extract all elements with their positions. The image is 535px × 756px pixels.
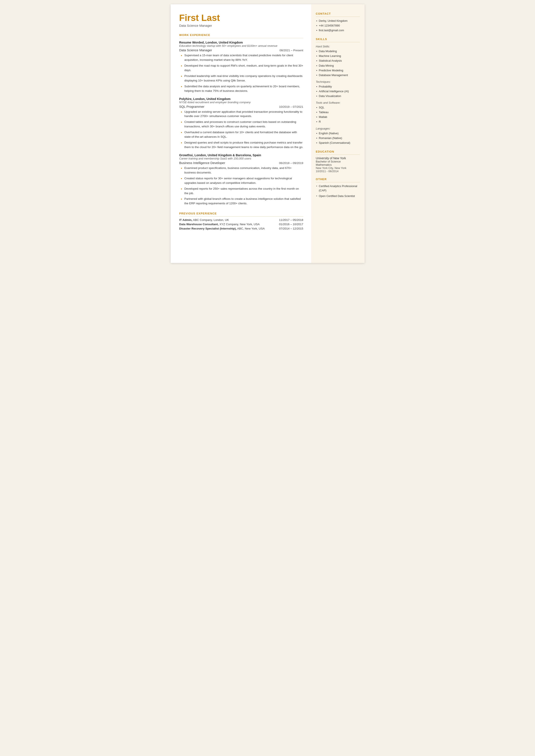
prev-exp-row-1: IT Admin, ABC Company, London, UK 11/201… — [179, 218, 303, 222]
languages-label: Languages: — [316, 127, 360, 130]
edu-degree: Bachelor of Science — [316, 160, 360, 163]
skill-probability: Probability — [316, 84, 360, 89]
languages-list: English (Native) Romanian (Native) Spani… — [316, 131, 360, 145]
job-3-bullet-4: Partnered with global branch offices to … — [180, 197, 303, 206]
prev-exp-dates-2: 01/2016 – 10/2017 — [275, 223, 303, 226]
edu-location: New York City, New York — [316, 166, 360, 170]
edu-dates: 10/2011 - 06/2014 — [316, 170, 360, 173]
contact-phone: +44 1234567890 — [316, 23, 360, 28]
job-3-dates: 06/2018 – 09/2019 — [279, 161, 303, 165]
other-section-title: OTHER — [316, 178, 360, 182]
contact-email: first.last@gmail.com — [316, 28, 360, 33]
job-1-bullet-3: Provided leadership with real-time visib… — [180, 74, 303, 83]
prev-exp-dates-1: 11/2017 – 05/2018 — [275, 218, 303, 222]
prev-exp-dates-3: 07/2014 – 12/2015 — [275, 227, 303, 230]
hard-skills-label: Hard Skills: — [316, 45, 360, 48]
job-1-bullet-1: Supervised a 15-man team of data scienti… — [180, 53, 303, 62]
hard-skills-list: Data Modeling Machine Learning Statistic… — [316, 49, 360, 78]
skills-section-title: SKILLS — [316, 38, 360, 42]
work-experience-section-title: WORK EXPERIENCE — [179, 33, 303, 38]
job-2-company-desc: NYSE-listed recruitment and employer bra… — [179, 101, 303, 104]
skill-r: R — [316, 119, 360, 124]
tools-label: Tools and Software: — [316, 101, 360, 104]
job-2-bullets: Upgraded an existing server application … — [180, 110, 303, 150]
job-3: Growthsi, London, United Kingdom & Barce… — [179, 154, 303, 206]
prev-exp-role-suffix-1: ABC Company, London, UK — [192, 218, 229, 222]
skill-ai: Artificial Intelligence (AI) — [316, 89, 360, 94]
techniques-list: Probability Artificial Intelligence (AI)… — [316, 84, 360, 98]
skill-data-modeling: Data Modeling — [316, 49, 360, 54]
other-item-2: Open Certified Data Scientist — [316, 194, 360, 198]
job-1-bullet-4: Submitted the data analysis and reports … — [180, 84, 303, 93]
sidebar: CONTACT Derby, United Kingdom +44 123456… — [311, 4, 365, 263]
job-3-company-name: Growthsi, — [179, 154, 194, 157]
job-1-role-title: Data Science Manager — [179, 48, 212, 52]
prev-exp-left-2: Data Warehouse Consultant, XYZ Company, … — [179, 223, 275, 226]
skill-data-viz: Data Visualization — [316, 94, 360, 98]
techniques-label: Techniques: — [316, 80, 360, 83]
job-1-bullet-2: Developed the road map to support RW's s… — [180, 64, 303, 72]
candidate-job-title: Data Science Manager — [179, 24, 303, 27]
prev-exp-role-bold-3: Disaster Recovery Specialist (Internship… — [179, 227, 237, 230]
job-1-company-suffix: London, United Kingdom — [205, 41, 243, 44]
skill-sql: SQL — [316, 105, 360, 110]
job-3-bullet-2: Created status reports for 30+ senior ma… — [180, 176, 303, 185]
job-2-company-suffix: London, United Kingdom — [192, 97, 231, 101]
job-3-role-line: Business Intelligence Developer 06/2018 … — [179, 161, 303, 165]
contact-address: Derby, United Kingdom — [316, 18, 360, 23]
job-2-bullet-3: Overhauled a current database system for… — [180, 130, 303, 139]
contact-section-title: CONTACT — [316, 12, 360, 17]
job-2-company-name: Polyhire, — [179, 97, 192, 101]
candidate-name: First Last — [179, 13, 303, 23]
job-1-dates: 08/2021 – Present — [279, 49, 303, 52]
job-2-role-title: SQL Programmer — [179, 105, 205, 108]
job-2-role-line: SQL Programmer 10/2019 – 07/2021 — [179, 105, 303, 108]
language-romanian: Romanian (Native) — [316, 136, 360, 141]
job-3-company-suffix: London, United Kingdom & Barcelona, Spai… — [193, 154, 261, 157]
prev-exp-role-bold-1: IT Admin, — [179, 218, 192, 222]
job-1-company-desc: Education technology startup with 50+ em… — [179, 44, 303, 47]
job-2-company: Polyhire, London, United Kingdom — [179, 97, 303, 101]
language-spanish: Spanish (Conversational) — [316, 141, 360, 145]
prev-exp-left-3: Disaster Recovery Specialist (Internship… — [179, 227, 275, 230]
prev-exp-row-2: Data Warehouse Consultant, XYZ Company, … — [179, 223, 303, 226]
prev-exp-left-1: IT Admin, ABC Company, London, UK — [179, 218, 275, 222]
prev-exp-row-3: Disaster Recovery Specialist (Internship… — [179, 227, 303, 230]
resume-container: First Last Data Science Manager WORK EXP… — [171, 4, 365, 263]
prev-exp-role-bold-2: Data Warehouse Consultant, — [179, 223, 219, 226]
job-3-bullets: Examined product specifications, busines… — [180, 166, 303, 206]
skill-predictive-modeling: Predictive Modeling — [316, 68, 360, 73]
job-2-bullet-1: Upgraded an existing server application … — [180, 110, 303, 119]
prev-experience-section-title: PREVIOUS EXPERIENCE — [179, 212, 303, 216]
job-3-bullet-3: Developed reports for 250+ sales represe… — [180, 187, 303, 196]
job-3-bullet-1: Examined product specifications, busines… — [180, 166, 303, 175]
job-2-dates: 10/2019 – 07/2021 — [279, 105, 303, 108]
job-2-bullet-4: Designed queries and shell scripts to pr… — [180, 141, 303, 150]
prev-exp-role-suffix-2: XYZ Company, New York, USA — [219, 223, 260, 226]
job-1-company-name: Resume Worded, — [179, 41, 205, 44]
skill-data-mining: Data Mining — [316, 63, 360, 68]
previous-experience-table: IT Admin, ABC Company, London, UK 11/201… — [179, 218, 303, 230]
edu-field: Mathematics — [316, 163, 360, 166]
job-3-company: Growthsi, London, United Kingdom & Barce… — [179, 154, 303, 157]
skill-machine-learning: Machine Learning — [316, 54, 360, 58]
main-column: First Last Data Science Manager WORK EXP… — [171, 4, 311, 263]
job-1-company: Resume Worded, London, United Kingdom — [179, 41, 303, 44]
job-1: Resume Worded, London, United Kingdom Ed… — [179, 41, 303, 93]
skill-database-management: Database Management — [316, 73, 360, 78]
job-2-bullet-2: Created tables and processes to construc… — [180, 120, 303, 129]
job-3-company-desc: Career training and membership SaaS with… — [179, 157, 303, 160]
job-1-bullets: Supervised a 15-man team of data scienti… — [180, 53, 303, 93]
other-item-1: Certified Analytics Professional (CAP) — [316, 184, 360, 193]
tools-list: SQL Tableau Matlab R — [316, 105, 360, 124]
education-section-title: EDUCATION — [316, 150, 360, 155]
language-english: English (Native) — [316, 131, 360, 136]
edu-school: University of New York — [316, 156, 360, 160]
skill-matlab: Matlab — [316, 115, 360, 119]
prev-exp-role-suffix-3: ABC, New York, USA — [237, 227, 265, 230]
contact-list: Derby, United Kingdom +44 1234567890 fir… — [316, 18, 360, 33]
job-3-role-title: Business Intelligence Developer — [179, 161, 225, 165]
job-2: Polyhire, London, United Kingdom NYSE-li… — [179, 97, 303, 150]
skill-tableau: Tableau — [316, 110, 360, 115]
name-block: First Last Data Science Manager — [179, 13, 303, 27]
